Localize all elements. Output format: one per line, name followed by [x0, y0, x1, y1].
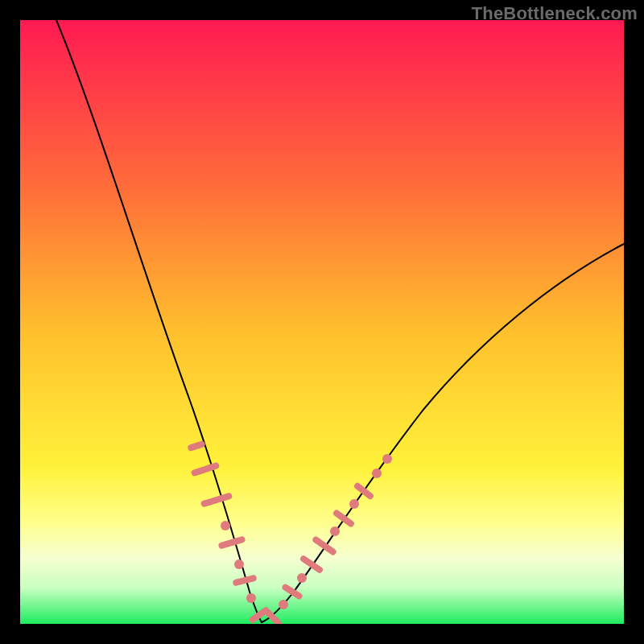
- svg-point-3: [221, 521, 230, 530]
- svg-point-19: [372, 469, 382, 478]
- svg-point-10: [279, 600, 288, 609]
- gradient-background: [20, 20, 624, 624]
- chart-frame: TheBottleneck.com: [0, 0, 644, 644]
- chart-svg: [20, 20, 624, 624]
- svg-point-20: [382, 454, 392, 464]
- svg-point-5: [234, 559, 244, 569]
- svg-point-15: [330, 526, 340, 536]
- svg-point-12: [297, 573, 307, 583]
- svg-point-7: [246, 593, 256, 603]
- svg-point-17: [349, 499, 359, 509]
- plot-area: [20, 20, 624, 624]
